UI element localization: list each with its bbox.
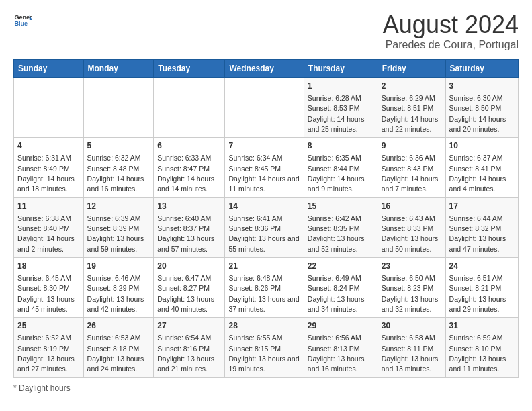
calendar-cell: 17Sunrise: 6:44 AM Sunset: 8:32 PM Dayli… — [445, 197, 518, 257]
footer-note: * Daylight hours — [13, 383, 519, 393]
day-number: 9 — [382, 140, 442, 152]
calendar-cell: 20Sunrise: 6:47 AM Sunset: 8:27 PM Dayli… — [154, 258, 225, 318]
day-info: Sunrise: 6:32 AM Sunset: 8:48 PM Dayligh… — [87, 154, 144, 193]
day-number: 2 — [382, 81, 442, 92]
day-number: 29 — [308, 320, 374, 332]
calendar-cell — [83, 78, 154, 138]
day-info: Sunrise: 6:58 AM Sunset: 8:11 PM Dayligh… — [382, 334, 439, 373]
calendar-cell: 29Sunrise: 6:56 AM Sunset: 8:13 PM Dayli… — [304, 318, 378, 377]
day-info: Sunrise: 6:34 AM Sunset: 8:45 PM Dayligh… — [228, 154, 299, 193]
day-number: 17 — [449, 201, 515, 212]
calendar-table: SundayMondayTuesdayWednesdayThursdayFrid… — [13, 59, 519, 378]
daylight-label: Daylight hours — [19, 383, 71, 393]
day-info: Sunrise: 6:55 AM Sunset: 8:15 PM Dayligh… — [228, 334, 299, 373]
calendar-week-row: 25Sunrise: 6:52 AM Sunset: 8:19 PM Dayli… — [14, 318, 519, 377]
calendar-cell: 30Sunrise: 6:58 AM Sunset: 8:11 PM Dayli… — [378, 318, 445, 377]
day-info: Sunrise: 6:48 AM Sunset: 8:26 PM Dayligh… — [228, 274, 299, 313]
calendar-cell: 27Sunrise: 6:54 AM Sunset: 8:16 PM Dayli… — [154, 318, 225, 377]
calendar-cell: 2Sunrise: 6:29 AM Sunset: 8:51 PM Daylig… — [378, 78, 445, 138]
day-info: Sunrise: 6:46 AM Sunset: 8:29 PM Dayligh… — [87, 274, 144, 313]
day-info: Sunrise: 6:42 AM Sunset: 8:35 PM Dayligh… — [308, 214, 365, 253]
calendar-cell: 1Sunrise: 6:28 AM Sunset: 8:53 PM Daylig… — [304, 78, 378, 138]
calendar-cell: 31Sunrise: 6:59 AM Sunset: 8:10 PM Dayli… — [445, 318, 518, 377]
title-area: August 2024 Paredes de Coura, Portugal — [383, 11, 519, 51]
calendar-day-header: Friday — [378, 60, 445, 78]
day-number: 24 — [449, 261, 515, 272]
day-number: 13 — [157, 201, 221, 212]
day-info: Sunrise: 6:45 AM Sunset: 8:30 PM Dayligh… — [17, 274, 75, 313]
calendar-day-header: Sunday — [14, 60, 84, 78]
calendar-week-row: 4Sunrise: 6:31 AM Sunset: 8:49 PM Daylig… — [14, 138, 519, 197]
calendar-day-header: Thursday — [304, 60, 378, 78]
day-info: Sunrise: 6:56 AM Sunset: 8:13 PM Dayligh… — [308, 334, 365, 373]
calendar-cell: 7Sunrise: 6:34 AM Sunset: 8:45 PM Daylig… — [225, 138, 304, 197]
main-title: August 2024 — [383, 11, 519, 39]
day-info: Sunrise: 6:31 AM Sunset: 8:49 PM Dayligh… — [17, 154, 75, 193]
day-number: 19 — [87, 261, 150, 272]
day-info: Sunrise: 6:30 AM Sunset: 8:50 PM Dayligh… — [449, 94, 506, 133]
day-number: 28 — [228, 320, 300, 332]
calendar-cell: 13Sunrise: 6:40 AM Sunset: 8:37 PM Dayli… — [154, 197, 225, 257]
day-info: Sunrise: 6:54 AM Sunset: 8:16 PM Dayligh… — [157, 334, 214, 373]
day-info: Sunrise: 6:51 AM Sunset: 8:21 PM Dayligh… — [449, 274, 506, 313]
calendar-cell: 9Sunrise: 6:36 AM Sunset: 8:43 PM Daylig… — [378, 138, 445, 197]
day-number: 1 — [308, 81, 374, 92]
day-info: Sunrise: 6:47 AM Sunset: 8:27 PM Dayligh… — [157, 274, 214, 313]
day-number: 25 — [17, 320, 80, 332]
day-info: Sunrise: 6:36 AM Sunset: 8:43 PM Dayligh… — [382, 154, 439, 193]
day-info: Sunrise: 6:50 AM Sunset: 8:23 PM Dayligh… — [382, 274, 439, 313]
calendar-body: 1Sunrise: 6:28 AM Sunset: 8:53 PM Daylig… — [14, 78, 519, 378]
day-number: 7 — [228, 140, 300, 152]
calendar-day-header: Monday — [83, 60, 154, 78]
calendar-day-header: Tuesday — [154, 60, 225, 78]
day-number: 15 — [308, 201, 374, 212]
day-number: 31 — [449, 320, 515, 332]
day-number: 4 — [17, 140, 80, 152]
day-number: 14 — [228, 201, 300, 212]
day-info: Sunrise: 6:37 AM Sunset: 8:41 PM Dayligh… — [449, 154, 506, 193]
calendar-cell — [154, 78, 225, 138]
day-info: Sunrise: 6:35 AM Sunset: 8:44 PM Dayligh… — [308, 154, 365, 193]
day-info: Sunrise: 6:41 AM Sunset: 8:36 PM Dayligh… — [228, 214, 299, 253]
day-number: 18 — [17, 261, 80, 272]
calendar-day-header: Saturday — [445, 60, 518, 78]
header: General Blue August 2024 Paredes de Cour… — [13, 11, 519, 51]
day-number: 21 — [228, 261, 300, 272]
day-info: Sunrise: 6:44 AM Sunset: 8:32 PM Dayligh… — [449, 214, 506, 253]
calendar-cell: 14Sunrise: 6:41 AM Sunset: 8:36 PM Dayli… — [225, 197, 304, 257]
calendar-cell: 3Sunrise: 6:30 AM Sunset: 8:50 PM Daylig… — [445, 78, 518, 138]
day-number: 11 — [17, 201, 80, 212]
day-info: Sunrise: 6:52 AM Sunset: 8:19 PM Dayligh… — [17, 334, 75, 373]
day-info: Sunrise: 6:43 AM Sunset: 8:33 PM Dayligh… — [382, 214, 439, 253]
logo: General Blue — [13, 11, 32, 30]
calendar-cell: 10Sunrise: 6:37 AM Sunset: 8:41 PM Dayli… — [445, 138, 518, 197]
day-info: Sunrise: 6:33 AM Sunset: 8:47 PM Dayligh… — [157, 154, 214, 193]
day-number: 6 — [157, 140, 221, 152]
day-info: Sunrise: 6:28 AM Sunset: 8:53 PM Dayligh… — [308, 94, 365, 133]
day-info: Sunrise: 6:29 AM Sunset: 8:51 PM Dayligh… — [382, 94, 439, 133]
day-number: 5 — [87, 140, 150, 152]
calendar-week-row: 18Sunrise: 6:45 AM Sunset: 8:30 PM Dayli… — [14, 258, 519, 318]
calendar-week-row: 11Sunrise: 6:38 AM Sunset: 8:40 PM Dayli… — [14, 197, 519, 257]
calendar-cell: 4Sunrise: 6:31 AM Sunset: 8:49 PM Daylig… — [14, 138, 84, 197]
day-info: Sunrise: 6:49 AM Sunset: 8:24 PM Dayligh… — [308, 274, 365, 313]
calendar-cell: 18Sunrise: 6:45 AM Sunset: 8:30 PM Dayli… — [14, 258, 84, 318]
calendar-cell: 19Sunrise: 6:46 AM Sunset: 8:29 PM Dayli… — [83, 258, 154, 318]
calendar-cell: 26Sunrise: 6:53 AM Sunset: 8:18 PM Dayli… — [83, 318, 154, 377]
calendar-cell: 15Sunrise: 6:42 AM Sunset: 8:35 PM Dayli… — [304, 197, 378, 257]
day-number: 20 — [157, 261, 221, 272]
calendar-week-row: 1Sunrise: 6:28 AM Sunset: 8:53 PM Daylig… — [14, 78, 519, 138]
calendar-day-header: Wednesday — [225, 60, 304, 78]
calendar-cell: 28Sunrise: 6:55 AM Sunset: 8:15 PM Dayli… — [225, 318, 304, 377]
day-info: Sunrise: 6:53 AM Sunset: 8:18 PM Dayligh… — [87, 334, 144, 373]
calendar-cell: 23Sunrise: 6:50 AM Sunset: 8:23 PM Dayli… — [378, 258, 445, 318]
calendar-cell: 25Sunrise: 6:52 AM Sunset: 8:19 PM Dayli… — [14, 318, 84, 377]
calendar-cell — [225, 78, 304, 138]
day-info: Sunrise: 6:39 AM Sunset: 8:39 PM Dayligh… — [87, 214, 144, 253]
day-number: 22 — [308, 261, 374, 272]
calendar-cell: 5Sunrise: 6:32 AM Sunset: 8:48 PM Daylig… — [83, 138, 154, 197]
day-info: Sunrise: 6:38 AM Sunset: 8:40 PM Dayligh… — [17, 214, 75, 253]
day-number: 27 — [157, 320, 221, 332]
svg-text:Blue: Blue — [14, 20, 28, 27]
calendar-cell: 22Sunrise: 6:49 AM Sunset: 8:24 PM Dayli… — [304, 258, 378, 318]
